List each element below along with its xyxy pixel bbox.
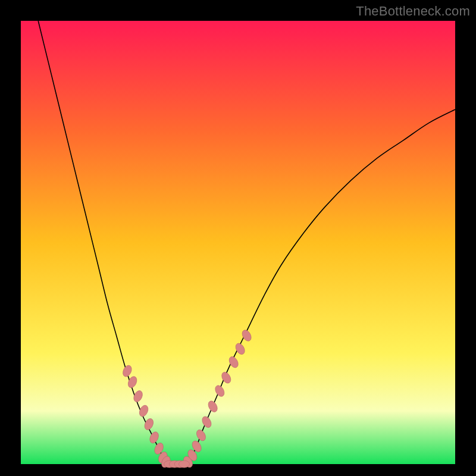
highlight-dot [220,371,233,385]
highlight-dots [121,328,253,469]
highlight-dot [214,384,226,398]
chart-stage: TheBottleneck.com [0,0,476,476]
highlight-dot [148,430,160,444]
highlight-dot [206,399,219,414]
plot-area [21,21,455,464]
right-curve [186,109,455,464]
highlight-dot [195,428,207,443]
watermark-text: TheBottleneck.com [356,4,470,19]
highlight-dot [201,415,213,429]
left-curve [38,21,168,464]
highlight-dot [121,364,133,378]
highlight-dot [132,389,144,403]
highlight-dot [137,404,149,418]
highlight-dot [178,461,189,468]
curve-layer [21,21,455,464]
